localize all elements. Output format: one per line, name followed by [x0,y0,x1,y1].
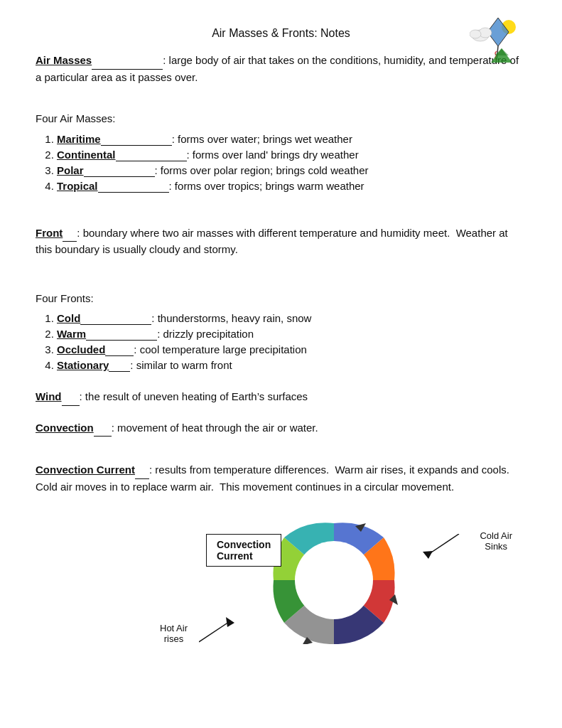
cold-term: Cold [57,312,80,324]
four-fronts-subtitle: Four Fronts: [36,291,526,307]
svg-point-6 [470,30,481,38]
convection-current-term: Convection Current [36,464,135,476]
convection-term: Convection [36,422,94,434]
four-fronts-section: Four Fronts: Cold : thunderstorms, heavy… [36,291,526,373]
page-title: Air Masses & Fronts: Notes [212,27,350,40]
warm-def: : drizzly precipitation [157,328,254,340]
occluded-term: Occluded [57,343,105,355]
convection-box-label: Convection Current [206,534,281,567]
hot-air-arrow [199,617,242,646]
list-item: Continental : forms over land' brings dr… [57,149,526,161]
svg-marker-8 [495,48,509,55]
svg-marker-14 [423,551,433,559]
svg-point-15 [295,541,373,619]
polar-term: Polar [57,164,84,176]
convection-diagram: Convection Current Hot Air rises Cold Ai… [36,509,526,651]
list-item: Cold : thunderstorms, heavy rain, snow [57,312,526,325]
wind-definition: Wind : the result of uneven heating of E… [36,389,526,406]
convection-definition: Convection : movement of heat through th… [36,420,526,437]
tropical-def: : forms over tropics; brings warm weathe… [169,180,364,192]
continental-def: : forms over land' brings dry weather [187,149,359,161]
four-air-masses-subtitle: Four Air Masses: [36,111,526,127]
svg-line-11 [199,621,231,642]
list-item: Tropical : forms over tropics; brings wa… [57,180,526,193]
front-definition: Front : boundary where two air masses wi… [36,225,526,258]
stationary-def: : similar to warm front [130,359,232,371]
air-masses-section: Air Masses : large body of air that take… [36,53,526,85]
air-masses-blank [92,53,163,70]
page-header: Air Masses & Fronts: Notes [36,21,526,40]
wind-term: Wind [36,390,62,402]
four-air-masses-section: Four Air Masses: Maritime : forms over w… [36,111,526,193]
cold-air-arrow [420,534,463,562]
occluded-def: : cool temperature large precipitation [134,343,306,355]
cold-def: : thunderstorms, heavy rain, snow [151,312,311,324]
air-masses-term: Air Masses [36,54,92,66]
stationary-term: Stationary [57,359,109,371]
list-item: Maritime : forms over water; brings wet … [57,133,526,146]
air-masses-list: Maritime : forms over water; brings wet … [57,133,526,193]
list-item: Occluded : cool temperature large precip… [57,343,526,356]
wind-section: Wind : the result of uneven heating of E… [36,389,526,406]
maritime-def: : forms over water; brings wet weather [172,133,352,145]
list-item: Polar : forms over polar region; brings … [57,164,526,177]
front-section: Front : boundary where two air masses wi… [36,225,526,258]
cold-air-label: Cold Air Sinks [480,530,512,552]
weather-icon [470,14,526,66]
hot-air-label: Hot Air rises [160,623,188,644]
list-item: Stationary : similar to warm front [57,359,526,372]
convection-section: Convection : movement of heat through th… [36,420,526,437]
convection-current-definition: Convection Current : results from temper… [36,462,526,495]
fronts-list: Cold : thunderstorms, heavy rain, snow W… [57,312,526,372]
list-item: Warm : drizzly precipitation [57,328,526,341]
continental-term: Continental [57,149,116,161]
polar-def: : forms over polar region; brings cold w… [155,164,369,176]
svg-marker-12 [226,617,234,627]
front-term: Front [36,227,63,239]
convection-current-section: Convection Current : results from temper… [36,462,526,495]
air-masses-definition: Air Masses : large body of air that take… [36,53,526,85]
warm-term: Warm [57,328,86,340]
tropical-term: Tropical [57,180,98,192]
maritime-term: Maritime [57,133,101,145]
